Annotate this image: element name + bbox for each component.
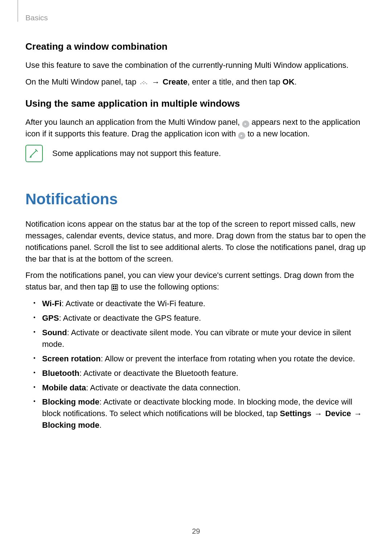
svg-point-3: [143, 83, 144, 84]
section-same-app-multi: Using the same application in multiple w…: [25, 97, 367, 162]
option-name: Wi-Fi: [42, 299, 62, 308]
option-name: Sound: [42, 328, 67, 337]
heading-same-app-multi: Using the same application in multiple w…: [25, 97, 367, 111]
svg-point-5: [146, 83, 147, 84]
list-item: Screen rotation: Allow or prevent the in…: [36, 353, 367, 365]
heading-notifications: Notifications: [25, 188, 367, 210]
text-fragment: to a new location.: [248, 129, 310, 138]
svg-rect-9: [113, 288, 114, 289]
arrow-icon: →: [314, 410, 323, 418]
option-desc: : Activate or deactivate the Wi-Fi featu…: [62, 299, 205, 308]
option-desc: : Activate or deactivate the Bluetooth f…: [79, 369, 238, 378]
para-creating-2: On the Multi Window panel, tap →: [25, 76, 367, 88]
text-create: Create: [163, 77, 187, 86]
path-settings: Settings: [280, 409, 311, 418]
option-name: Bluetooth: [42, 369, 79, 378]
option-name: GPS: [42, 313, 59, 323]
text-fragment: to use the following options:: [121, 282, 219, 291]
svg-point-0: [140, 83, 141, 84]
option-name: Screen rotation: [42, 354, 101, 363]
option-desc: : Allow or prevent the interface from ro…: [101, 354, 355, 363]
para-same-app-1: After you launch an application from the…: [25, 116, 367, 140]
breadcrumb: Basics: [25, 12, 48, 23]
svg-point-2: [143, 81, 144, 82]
svg-rect-10: [115, 288, 117, 289]
heading-creating-combination: Creating a window combination: [25, 40, 367, 54]
content-body: Creating a window combination Use this f…: [25, 11, 367, 431]
text-fragment: On the Multi Window panel, tap: [25, 77, 139, 86]
path-blocking-mode: Blocking mode: [42, 420, 99, 430]
svg-rect-7: [113, 286, 114, 287]
svg-point-4: [144, 82, 146, 83]
margin-rule: [17, 0, 18, 22]
duplicate-badge-icon: [238, 132, 245, 139]
options-list: Wi-Fi: Activate or deactivate the Wi-Fi …: [25, 298, 367, 431]
page: Basics Creating a window combination Use…: [0, 0, 392, 554]
section-creating-combination: Creating a window combination Use this f…: [25, 40, 367, 87]
text-ok: OK: [282, 77, 294, 86]
note-text: Some applications may not support this f…: [52, 148, 221, 159]
list-item: Wi-Fi: Activate or deactivate the Wi-Fi …: [36, 298, 367, 309]
option-name: Mobile data: [42, 383, 86, 392]
text-fragment: After you launch an application from the…: [25, 118, 242, 127]
quick-settings-grid-icon: [111, 284, 118, 291]
arrow-icon: →: [353, 410, 363, 418]
para-notifs-1: Notification icons appear on the status …: [25, 218, 367, 265]
para-creating-1: Use this feature to save the combination…: [25, 59, 367, 71]
arrow-icon: →: [151, 78, 160, 86]
section-notifications: Notifications Notification icons appear …: [25, 188, 367, 431]
option-name: Blocking mode: [42, 397, 99, 406]
page-number: 29: [0, 526, 392, 537]
path-device: Device: [325, 409, 351, 418]
note-row: Some applications may not support this f…: [25, 145, 367, 162]
list-item: GPS: Activate or deactivate the GPS feat…: [36, 312, 367, 324]
list-item: Bluetooth: Activate or deactivate the Bl…: [36, 368, 367, 379]
option-desc: : Activate or deactivate the GPS feature…: [59, 313, 201, 323]
svg-point-1: [142, 82, 143, 83]
option-desc: : Activate or deactivate the data connec…: [86, 383, 241, 392]
text-fragment: .: [99, 420, 102, 430]
text-fragment: , enter a title, and then tap: [188, 77, 283, 86]
duplicate-badge-icon: [242, 120, 249, 128]
note-icon: [25, 145, 43, 162]
svg-rect-6: [112, 284, 118, 290]
para-notifs-2: From the notifications panel, you can vi…: [25, 270, 367, 293]
panel-handle-icon: [139, 79, 149, 86]
option-desc: : Activate or deactivate silent mode. Yo…: [42, 328, 351, 349]
list-item: Mobile data: Activate or deactivate the …: [36, 382, 367, 394]
list-item: Sound: Activate or deactivate silent mod…: [36, 327, 367, 350]
svg-rect-8: [115, 286, 117, 287]
list-item-blocking: Blocking mode: Activate or deactivate bl…: [36, 396, 367, 431]
text-fragment: .: [294, 77, 297, 86]
